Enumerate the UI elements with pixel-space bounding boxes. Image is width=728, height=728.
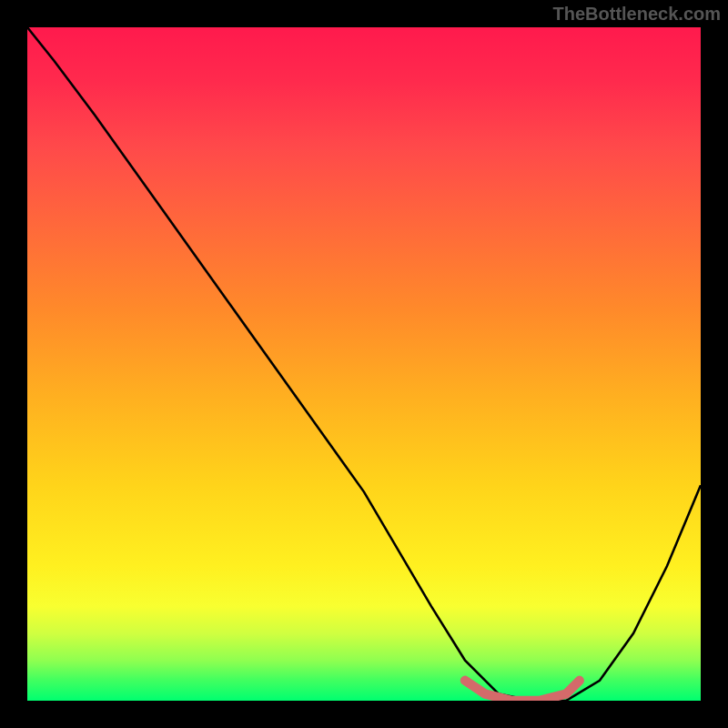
chart-svg [27,27,701,701]
bottleneck-curve [27,27,701,701]
watermark-text: TheBottleneck.com [553,4,721,25]
optimal-range-marker [465,681,580,701]
